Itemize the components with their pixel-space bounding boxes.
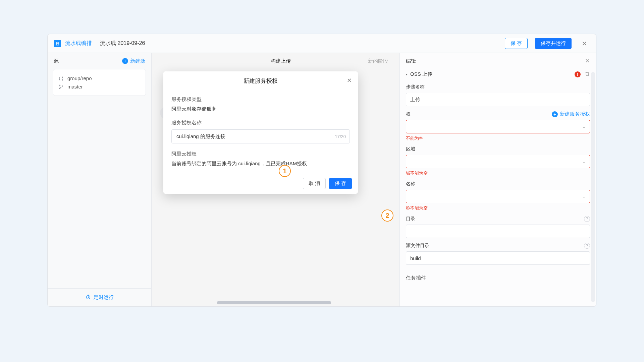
callout-2-number: 2	[385, 212, 389, 220]
source-card[interactable]: ⟨·⟩ group/repo master	[53, 69, 146, 96]
caret-down-icon: ▾	[406, 72, 408, 76]
pipeline-icon-glyph: ⌸	[56, 41, 59, 46]
oss-upload-section[interactable]: ▾ OSS 上传 !	[406, 69, 590, 79]
scheduled-run-link[interactable]: 定时运行	[86, 294, 114, 301]
auth-name-label: 服务授权名称	[171, 120, 350, 126]
modal-save-button[interactable]: 保 存	[329, 178, 352, 189]
trash-icon[interactable]	[585, 71, 590, 77]
svg-point-0	[59, 85, 60, 85]
modal-title: 新建服务授权	[244, 77, 278, 85]
target-dir-input[interactable]	[406, 225, 590, 238]
step-name-value: 上传	[410, 97, 420, 103]
modal-header: 新建服务授权 ✕	[163, 71, 358, 90]
ali-auth-label: 阿里云授权	[171, 151, 350, 157]
region-label: 区域	[406, 146, 590, 152]
source-header: 源 + 新建源	[48, 53, 151, 69]
bucket-name-error: 称不能为空	[406, 205, 590, 211]
source-branch: master	[67, 84, 83, 89]
chevron-down-icon: ⌄	[582, 124, 586, 129]
source-dir-input[interactable]: build	[406, 251, 590, 265]
auth-type-value: 阿里云对象存储服务	[171, 106, 350, 112]
source-branch-row: master	[59, 82, 140, 91]
edit-panel-title: 编辑	[406, 58, 416, 64]
source-dir-label-row: 源文件目录 ?	[406, 243, 590, 249]
header-bar: ⌸ 流水线编排 流水线 2019-09-26 保 存 保存并运行 ✕	[48, 34, 596, 53]
modal-body: 服务授权类型 阿里云对象存储服务 服务授权名称 17/20 阿里云授权 当前账号…	[163, 90, 358, 173]
edit-panel: 编辑 ✕ ▾ OSS 上传 ! 步骤名称 上传 权	[400, 53, 596, 306]
save-button[interactable]: 保 存	[505, 38, 528, 49]
step-name-label: 步骤名称	[406, 84, 590, 90]
source-dir-label: 源文件目录	[406, 243, 429, 249]
scrollbar-horizontal[interactable]	[217, 301, 331, 304]
source-repo: group/repo	[67, 75, 92, 81]
region-select[interactable]: ⌄	[406, 155, 590, 168]
stage-2-heading: 构建上传	[271, 58, 291, 64]
stage-3-header: 新的阶段	[356, 53, 399, 69]
callout-1-number: 1	[283, 167, 286, 175]
repo-icon: ⟨·⟩	[59, 76, 64, 81]
stage-3-heading: 新的阶段	[368, 58, 388, 64]
save-and-run-button[interactable]: 保存并运行	[535, 38, 572, 49]
bucket-name-label: 名称	[406, 181, 590, 187]
stage-3-column: 新的阶段	[356, 53, 400, 306]
auth-name-input[interactable]	[171, 129, 350, 143]
error-dot-icon: !	[575, 71, 581, 77]
help-icon-2[interactable]: ?	[584, 243, 590, 249]
modal-footer: 取 消 保 存	[163, 173, 358, 194]
stage-2-header: 构建上传	[205, 53, 356, 69]
oss-upload-label: OSS 上传	[410, 71, 432, 77]
new-service-auth-link[interactable]: + 新建服务授权	[552, 111, 590, 117]
callout-2: 2	[381, 209, 393, 222]
clock-icon	[86, 294, 91, 301]
step-name-input[interactable]: 上传	[406, 93, 590, 106]
region-error: 域不能为空	[406, 170, 590, 176]
edit-panel-body: ▾ OSS 上传 ! 步骤名称 上传 权 + 新建服务授权	[400, 69, 596, 306]
task-plugins-label: 任务插件	[406, 275, 426, 281]
ali-auth-desc: 当前账号绑定的阿里云账号为 cui.liqiang，且已完成RAM授权	[171, 161, 350, 167]
auth-name-counter: 17/20	[335, 134, 346, 139]
service-auth-error: 不能为空	[406, 135, 590, 141]
plus-circle-icon-2: +	[552, 111, 558, 117]
service-auth-row: 权 + 新建服务授权	[406, 111, 590, 117]
modal-cancel-button[interactable]: 取 消	[303, 178, 326, 189]
header-subtitle: 流水线 2019-09-26	[100, 40, 145, 47]
service-auth-label: 权	[406, 111, 411, 117]
svg-point-1	[59, 88, 60, 88]
help-icon[interactable]: ?	[584, 216, 590, 222]
chevron-down-icon: ⌄	[582, 159, 586, 164]
target-dir-label: 目录	[406, 216, 415, 222]
source-dir-value: build	[410, 255, 421, 261]
source-heading: 源	[54, 58, 59, 64]
new-source-link[interactable]: + 新建源	[122, 58, 145, 64]
plus-circle-icon: +	[122, 58, 128, 64]
target-dir-label-row: 目录 ?	[406, 216, 590, 222]
new-service-auth-label: 新建服务授权	[560, 111, 590, 117]
new-source-label: 新建源	[130, 58, 145, 64]
bucket-name-select[interactable]: ⌄	[406, 190, 590, 203]
svg-point-2	[62, 85, 62, 86]
source-column: 源 + 新建源 ⟨·⟩ group/repo master	[48, 53, 152, 306]
modal-close-icon[interactable]: ✕	[347, 77, 352, 84]
new-service-auth-modal: 新建服务授权 ✕ 服务授权类型 阿里云对象存储服务 服务授权名称 17/20 阿…	[163, 71, 358, 194]
source-repo-row: ⟨·⟩ group/repo	[59, 74, 140, 82]
scrollbar-vertical[interactable]	[591, 72, 595, 302]
service-auth-select[interactable]: ⌄	[406, 120, 590, 133]
task-plugins-heading: 任务插件	[406, 273, 590, 283]
header-title[interactable]: 流水线编排	[65, 40, 92, 47]
pipeline-icon: ⌸	[54, 40, 61, 47]
close-icon[interactable]: ✕	[579, 38, 590, 49]
chevron-down-icon: ⌄	[582, 194, 586, 199]
auth-type-label: 服务授权类型	[171, 96, 350, 103]
source-footer: 定时运行	[48, 288, 151, 306]
auth-name-input-wrap: 17/20	[171, 129, 350, 143]
edit-panel-header: 编辑 ✕	[400, 53, 596, 69]
branch-icon	[59, 84, 64, 89]
callout-1: 1	[279, 165, 291, 177]
scheduled-run-label: 定时运行	[94, 294, 114, 301]
edit-close-icon[interactable]: ✕	[585, 57, 590, 65]
